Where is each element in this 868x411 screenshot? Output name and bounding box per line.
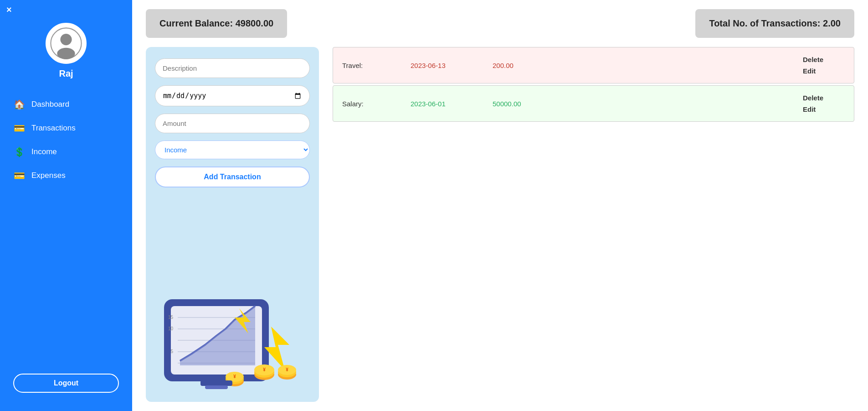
income-icon: 💲 <box>14 146 25 157</box>
avatar <box>46 23 87 64</box>
sidebar: × Raj 🏠 Dashboard 💳 Transactions 💲 Incom… <box>0 0 132 411</box>
transaction-date: 2023-06-13 <box>411 62 493 69</box>
svg-text:5: 5 <box>170 349 173 354</box>
transactions-icon: 💳 <box>14 123 25 134</box>
sidebar-item-label: Transactions <box>31 124 76 133</box>
transactions-panel: Travel: 2023-06-13 200.00 Delete Edit Sa… <box>333 47 854 402</box>
amount-input[interactable] <box>155 114 310 133</box>
svg-rect-28 <box>200 380 232 386</box>
svg-text:10: 10 <box>168 326 174 331</box>
svg-text:¥: ¥ <box>233 374 236 379</box>
svg-text:15: 15 <box>168 315 174 320</box>
delete-button[interactable]: Delete <box>799 92 827 104</box>
logout-button[interactable]: Logout <box>13 374 119 393</box>
dashboard-icon: 🏠 <box>14 99 25 110</box>
svg-point-1 <box>60 34 72 45</box>
sidebar-item-label: Expenses <box>31 171 66 180</box>
sidebar-item-dashboard[interactable]: 🏠 Dashboard <box>0 93 132 116</box>
sidebar-item-transactions[interactable]: 💳 Transactions <box>0 116 132 140</box>
sidebar-item-expenses[interactable]: 💳 Expenses <box>0 164 132 187</box>
stats-bar: Current Balance: 49800.00 Total No. of T… <box>146 9 854 38</box>
svg-text:¥: ¥ <box>286 367 288 372</box>
date-input[interactable] <box>155 85 310 106</box>
sidebar-item-income[interactable]: 💲 Income <box>0 140 132 164</box>
transactions-count-label: Total No. of Transactions: 2.00 <box>709 18 841 28</box>
expenses-icon: 💳 <box>14 170 25 181</box>
delete-button[interactable]: Delete <box>799 54 827 65</box>
sidebar-bottom: Logout <box>13 374 119 393</box>
transaction-date: 2023-06-01 <box>411 100 493 108</box>
sidebar-item-label: Income <box>31 147 57 156</box>
chart-illustration: 15 10 5 ¥ <box>155 197 310 390</box>
main-content: Current Balance: 49800.00 Total No. of T… <box>132 0 868 411</box>
transaction-type-select[interactable]: Income Expense <box>155 140 310 159</box>
svg-point-2 <box>57 48 75 59</box>
svg-text:¥: ¥ <box>263 367 266 372</box>
svg-rect-29 <box>205 385 228 389</box>
sidebar-item-label: Dashboard <box>31 100 69 109</box>
content-area: Income Expense Add Transaction 1 <box>146 47 854 402</box>
edit-button[interactable]: Edit <box>799 65 819 77</box>
table-row: Salary: 2023-06-01 50000.00 Delete Edit <box>333 85 854 122</box>
add-transaction-button[interactable]: Add Transaction <box>155 166 310 187</box>
table-row: Travel: 2023-06-13 200.00 Delete Edit <box>333 47 854 83</box>
username-label: Raj <box>59 68 73 79</box>
transaction-amount: 200.00 <box>493 62 575 69</box>
transaction-label: Travel: <box>342 62 411 69</box>
balance-label: Current Balance: 49800.00 <box>159 18 273 28</box>
description-input[interactable] <box>155 58 310 78</box>
transaction-amount: 50000.00 <box>493 100 575 108</box>
add-transaction-form: Income Expense Add Transaction 1 <box>146 47 319 402</box>
transaction-label: Salary: <box>342 100 411 108</box>
balance-card: Current Balance: 49800.00 <box>146 9 287 38</box>
close-icon[interactable]: × <box>6 5 12 15</box>
edit-button[interactable]: Edit <box>799 104 819 115</box>
transactions-count-card: Total No. of Transactions: 2.00 <box>695 9 854 38</box>
